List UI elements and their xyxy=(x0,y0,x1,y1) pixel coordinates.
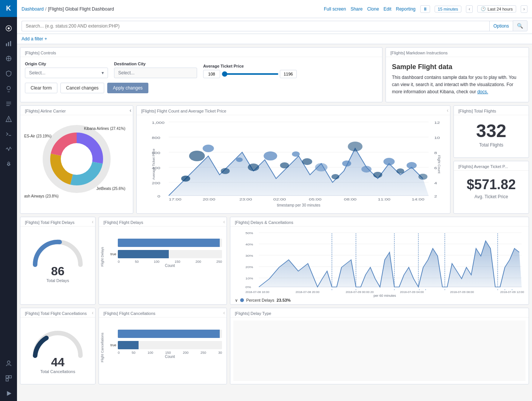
svg-text:4: 4 xyxy=(434,181,437,185)
svg-point-28 xyxy=(61,143,93,175)
sidebar-item-spaces[interactable] xyxy=(0,371,17,386)
bar-1-track xyxy=(118,239,222,247)
flight-delays-chart-body: Flight Delays true xyxy=(99,227,227,287)
flight-cancellations-options-icon[interactable]: ‹ xyxy=(223,310,225,316)
docs-link[interactable]: docs. xyxy=(477,89,488,94)
sidebar-item-play[interactable] xyxy=(0,386,17,401)
chart-row-2: [Flights] Total Flight Delays ‹ 86 Total… xyxy=(20,217,529,305)
bar-2-fill xyxy=(118,250,169,258)
svg-marker-97 xyxy=(423,289,428,290)
svg-marker-99 xyxy=(495,289,500,290)
price-min-input[interactable] xyxy=(203,70,220,78)
flight-cancellations-chart-body: Flight Cancellations true xyxy=(99,318,227,378)
svg-text:800: 800 xyxy=(152,136,160,139)
svg-point-63 xyxy=(383,158,395,165)
next-arrow[interactable]: › xyxy=(521,5,527,13)
dc-x-axis: 2018-07-08 16:00 2018-07-08 20:00 2018-0… xyxy=(245,290,524,294)
x-axis-label: timestamp per 30 minutes xyxy=(152,203,446,207)
clone-btn[interactable]: Clone xyxy=(367,6,379,12)
dc-legend-chevron-icon[interactable]: ∨ xyxy=(235,298,238,303)
edit-btn[interactable]: Edit xyxy=(384,6,392,12)
svg-point-54 xyxy=(280,162,289,168)
markdown-heading: Sample Flight data xyxy=(392,63,523,71)
svg-point-61 xyxy=(361,166,372,173)
svg-rect-4 xyxy=(10,41,11,46)
sidebar-item-home[interactable] xyxy=(0,21,17,36)
bar-1-fill xyxy=(118,239,220,247)
svg-point-52 xyxy=(248,163,259,171)
flight-delays-title: [Flights] Flight Delays xyxy=(99,217,227,227)
clear-form-button[interactable]: Clear form xyxy=(25,83,57,93)
chart-row-3: [Flights] Total Flight Cancellations ‹ 4… xyxy=(20,308,529,384)
total-flights-panel: [Flights] Total Flights 332 Total Flight… xyxy=(453,105,529,158)
avg-ticket-panel: [Flights] Average Ticket P... $571.82 Av… xyxy=(453,161,529,214)
sidebar-item-settings[interactable] xyxy=(0,157,17,172)
sidebar-item-visualize[interactable] xyxy=(0,36,17,51)
time-display[interactable]: 🕐 Last 24 hours xyxy=(477,5,516,12)
total-delays-options-icon[interactable]: ‹ xyxy=(92,219,94,225)
dashboard-canvas: [Flights] Controls Origin City Select...… xyxy=(17,44,532,401)
sidebar-item-apm[interactable] xyxy=(0,111,17,126)
sidebar-item-discover[interactable] xyxy=(0,51,17,66)
fullscreen-btn[interactable]: Full screen xyxy=(324,6,346,12)
pause-btn[interactable]: ⏸ xyxy=(420,5,430,13)
sidebar-item-monitoring[interactable] xyxy=(0,142,17,157)
bar-2-track xyxy=(118,250,222,258)
markdown-body: Sample Flight data This dashboard contai… xyxy=(386,57,529,102)
svg-marker-94 xyxy=(353,289,358,290)
delays-gauge-label: Total Delays xyxy=(46,278,69,283)
airline-carrier-options-icon[interactable]: ‹ xyxy=(130,107,131,113)
svg-text:10: 10 xyxy=(434,136,440,139)
sidebar-item-logs[interactable] xyxy=(0,96,17,111)
svg-text:0%: 0% xyxy=(245,285,251,289)
flight-delays-options-icon[interactable]: ‹ xyxy=(223,219,225,225)
add-filter-btn[interactable]: Add a filter + xyxy=(22,36,527,42)
price-slider[interactable] xyxy=(222,70,278,78)
delays-cancellations-svg: 50% 40% 30% 20% 10% 0% xyxy=(245,230,524,290)
cancel-bar-2-fill xyxy=(118,341,139,349)
total-cancellations-options-icon[interactable]: ‹ xyxy=(92,310,94,316)
flight-delays-chart-inner: Flight Delays true xyxy=(99,231,222,282)
top-row: [Flights] Controls Origin City Select...… xyxy=(20,47,529,102)
chart-row-1: [Flights] Airline Carrier ‹ xyxy=(20,105,529,214)
prev-arrow[interactable]: ‹ xyxy=(466,5,473,13)
destination-city-select[interactable]: Select... xyxy=(114,68,197,78)
search-input[interactable] xyxy=(22,21,489,31)
svg-point-53 xyxy=(264,151,277,160)
apply-changes-button[interactable]: Apply changes xyxy=(107,83,148,93)
origin-city-select[interactable]: Select... ▾ xyxy=(25,68,108,78)
sidebar-item-user[interactable] xyxy=(0,356,17,371)
svg-marker-100 xyxy=(503,289,507,290)
cancel-changes-button[interactable]: Cancel changes xyxy=(60,83,104,93)
controls-panel: [Flights] Controls Origin City Select...… xyxy=(20,47,382,102)
sidebar-item-security[interactable] xyxy=(0,66,17,81)
markdown-text: This dashboard contains sample data for … xyxy=(392,74,523,96)
flight-count-options-icon[interactable]: ‹ xyxy=(447,107,449,113)
delays-cancellations-chart: 50% 40% 30% 20% 10% 0% xyxy=(230,227,529,296)
sidebar-item-devtools[interactable] xyxy=(0,126,17,142)
interval-display[interactable]: 15 minutes xyxy=(435,6,462,12)
controls-actions: Clear form Cancel changes Apply changes xyxy=(25,83,378,93)
svg-text:8: 8 xyxy=(434,151,437,154)
breadcrumb-separator: / xyxy=(45,6,46,12)
svg-marker-96 xyxy=(417,289,422,290)
cancel-bar-1-fill xyxy=(118,330,220,338)
reporting-btn[interactable]: Reporting xyxy=(396,6,416,12)
share-btn[interactable]: Share xyxy=(350,6,362,12)
svg-text:20%: 20% xyxy=(245,265,253,269)
svg-text:10%: 10% xyxy=(245,277,253,280)
total-flights-title: [Flights] Total Flights xyxy=(454,106,529,115)
breadcrumb-home[interactable]: Dashboard xyxy=(22,6,44,12)
svg-point-50 xyxy=(221,168,230,174)
avg-ticket-title: [Flights] Average Ticket P... xyxy=(454,161,529,171)
search-button[interactable]: 🔍 xyxy=(513,20,527,31)
topbar: Dashboard / [Flights] Global Flight Dash… xyxy=(17,0,532,18)
options-button[interactable]: Options xyxy=(489,21,513,31)
svg-point-56 xyxy=(302,158,312,165)
sidebar-item-maps[interactable] xyxy=(0,81,17,96)
price-max-input[interactable] xyxy=(280,70,297,78)
origin-city-value: Select... xyxy=(29,70,100,76)
logo[interactable]: K xyxy=(0,0,17,17)
svg-rect-21 xyxy=(6,379,8,381)
svg-text:6: 6 xyxy=(434,166,437,170)
